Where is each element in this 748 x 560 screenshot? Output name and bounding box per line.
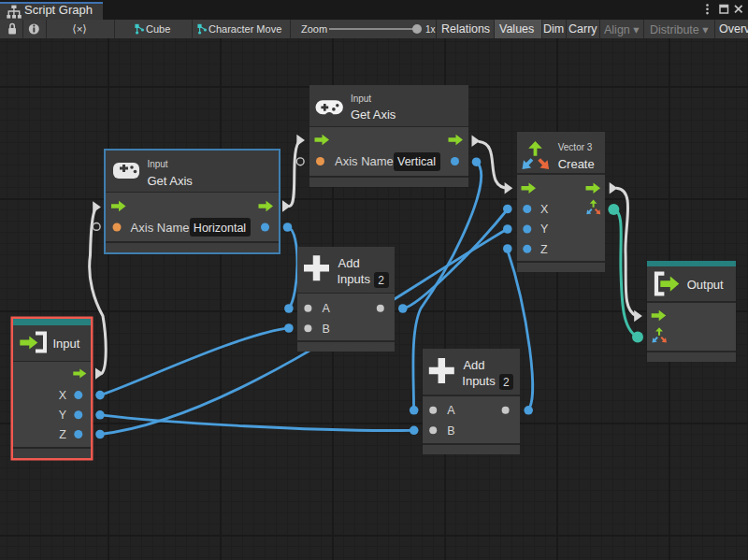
svg-text:X: X	[59, 389, 67, 402]
svg-text:Y: Y	[540, 223, 549, 236]
svg-text:Axis Name: Axis Name	[131, 221, 190, 235]
svg-text:B: B	[447, 424, 454, 438]
svg-text:Input: Input	[147, 159, 167, 169]
svg-text:Input: Input	[351, 93, 371, 104]
svg-text:Inputs: Inputs	[462, 374, 496, 388]
svg-text:2: 2	[503, 376, 510, 389]
svg-text:Output: Output	[687, 278, 724, 292]
svg-text:Y: Y	[59, 409, 67, 422]
svg-text:X: X	[540, 203, 549, 216]
svg-text:A: A	[323, 302, 331, 315]
svg-text:2: 2	[378, 274, 384, 287]
svg-text:A: A	[447, 404, 455, 417]
svg-text:Input: Input	[52, 337, 79, 351]
svg-text:Create: Create	[558, 157, 595, 171]
svg-text:Z: Z	[59, 428, 66, 441]
svg-text:⟨×⟩: ⟨×⟩	[72, 23, 87, 35]
svg-text:Add: Add	[338, 256, 360, 270]
svg-text:B: B	[323, 323, 330, 336]
svg-text:Inputs: Inputs	[338, 272, 371, 286]
svg-text:Horizontal: Horizontal	[194, 222, 246, 235]
svg-text:Get Axis: Get Axis	[147, 174, 193, 188]
svg-text:Add: Add	[463, 358, 484, 372]
svg-text:Vertical: Vertical	[397, 155, 436, 168]
svg-text:Axis Name: Axis Name	[335, 154, 394, 168]
svg-text:Vector 3: Vector 3	[558, 142, 593, 152]
svg-text:Get Axis: Get Axis	[351, 108, 396, 122]
svg-text:Z: Z	[540, 243, 548, 256]
